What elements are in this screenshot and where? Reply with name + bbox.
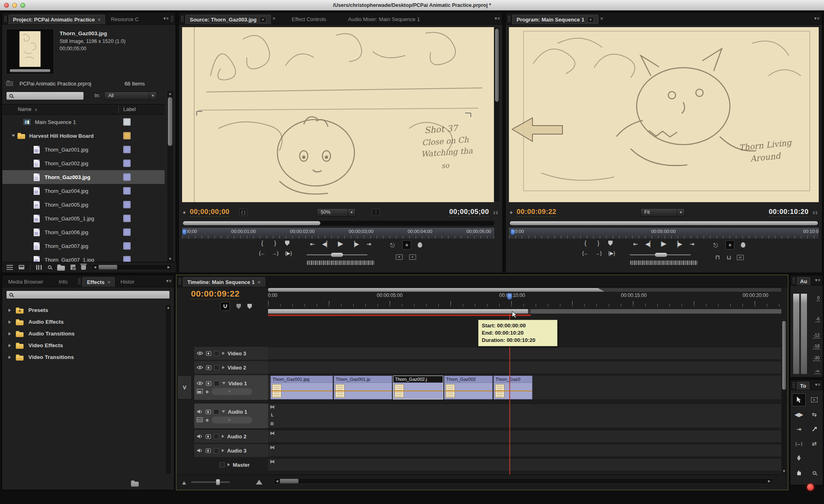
new-custom-bin-button[interactable]: [131, 480, 139, 487]
toggle-track-output-icon[interactable]: ⋈: [270, 404, 275, 410]
icon-view-button[interactable]: [19, 265, 24, 269]
set-display-style-button[interactable]: [197, 417, 203, 422]
go-to-in-button[interactable]: {←: [582, 251, 589, 256]
audio2-lane[interactable]: [268, 430, 781, 443]
label-chip[interactable]: [123, 118, 131, 126]
project-root-row[interactable]: PCPai Animatic Practice.prproj 68 Items: [6, 79, 163, 88]
audio1-track-header[interactable]: ⋈ L R Audio 1 ◆: [194, 404, 268, 428]
track-lock-toggle[interactable]: [214, 351, 219, 356]
selection-tool[interactable]: [792, 393, 806, 406]
twirl-right-icon[interactable]: [222, 366, 225, 369]
go-to-next-edit-button[interactable]: ⇥: [689, 241, 695, 247]
track-lock-toggle[interactable]: [214, 434, 219, 439]
opacity-rubber-band[interactable]: [334, 391, 392, 391]
twirl-down-icon[interactable]: [222, 382, 225, 384]
playback-resolution-icon[interactable]: [418, 242, 422, 248]
tab-media-browser[interactable]: Media Browser: [4, 277, 47, 287]
scroll-left-icon[interactable]: ◀: [92, 265, 98, 269]
preview-thumbnail[interactable]: [6, 29, 54, 74]
clear-button[interactable]: [81, 265, 86, 270]
zoom-in-icon[interactable]: [256, 480, 262, 485]
tab-info[interactable]: Info: [55, 277, 72, 287]
sync-lock-icon[interactable]: [206, 381, 211, 386]
close-icon[interactable]: ×: [98, 17, 101, 23]
ripple-edit-tool[interactable]: ◀▶: [792, 408, 806, 421]
slip-tool[interactable]: |↔|: [792, 437, 806, 450]
scrollbar-thumb[interactable]: [183, 221, 320, 225]
list-item-sequence[interactable]: Main Sequence 1: [2, 115, 165, 129]
tab-resource-central[interactable]: Resource C: [107, 15, 143, 24]
opacity-rubber-band[interactable]: [271, 391, 333, 391]
panel-menu-icon[interactable]: ▾≡: [166, 278, 172, 284]
sync-lock-icon[interactable]: [206, 448, 211, 453]
effects-folder-audio-transitions[interactable]: Audio Transitions: [4, 328, 164, 340]
set-marker-button[interactable]: [285, 241, 290, 246]
twirl-down-icon[interactable]: [12, 135, 15, 137]
slider-thumb[interactable]: [216, 479, 220, 485]
panel-grip-icon[interactable]: [178, 278, 181, 284]
export-to-tape-button[interactable]: ⇄: [737, 255, 744, 260]
lift-button[interactable]: ⊓: [714, 254, 721, 260]
tab-audio-meters[interactable]: Au: [797, 277, 810, 285]
video3-track-header[interactable]: Video 3: [194, 347, 268, 360]
track-lock-toggle[interactable]: [219, 462, 225, 468]
label-chip[interactable]: [123, 256, 131, 262]
tab-audio-mixer[interactable]: Audio Mixer: Main Sequence 1: [344, 15, 424, 24]
list-view-button[interactable]: [6, 265, 13, 270]
label-chip[interactable]: [123, 146, 131, 153]
twirl-right-icon[interactable]: [9, 356, 11, 359]
list-item[interactable]: Thorn_Gaz005_1.jpg: [2, 211, 165, 225]
speaker-icon[interactable]: [197, 434, 203, 439]
step-back-button[interactable]: ◀▏: [645, 241, 654, 247]
label-chip[interactable]: [123, 187, 131, 194]
set-out-point-button[interactable]: }: [272, 240, 279, 246]
scrollbar-thumb[interactable]: [168, 97, 172, 146]
eye-icon[interactable]: [197, 351, 203, 355]
track-slider[interactable]: [212, 416, 252, 423]
audio3-lane[interactable]: [268, 444, 781, 457]
track-select-tool[interactable]: ▸: [807, 393, 821, 406]
video1-track-header[interactable]: Video 1 ◆: [194, 375, 268, 400]
go-to-previous-edit-button[interactable]: ⇤: [309, 241, 315, 247]
go-to-previous-edit-button[interactable]: ⇤: [632, 241, 639, 247]
video2-lane[interactable]: [268, 361, 781, 374]
list-item[interactable]: Thorn_Gaz007_1.jpg: [2, 253, 165, 262]
timeline-ruler[interactable]: 00:00 00:00:05:00 00:00:10:00 00:00:15:0…: [268, 287, 781, 320]
close-icon[interactable]: ×: [258, 279, 261, 285]
timeline-playhead-head[interactable]: [507, 293, 512, 300]
video1-lane[interactable]: Thorn_Gaz001.jpg Thorn_Gaz001.jp Thorn_G…: [268, 375, 781, 400]
play-button[interactable]: ▶: [337, 240, 344, 247]
output-button[interactable]: ⋮: [372, 209, 380, 216]
track-lock-toggle[interactable]: [214, 409, 219, 414]
label-chip[interactable]: [123, 160, 131, 167]
timeline-clip[interactable]: Thorn_Gaz0: [494, 376, 532, 399]
export-frame-button[interactable]: ⎋: [389, 242, 396, 248]
show-keyframes-button[interactable]: ◆: [206, 389, 209, 394]
panel-grip-icon[interactable]: [78, 278, 81, 284]
program-current-timecode[interactable]: 00:00:09:22: [517, 208, 556, 217]
project-column-header[interactable]: Name ∧ Label: [2, 104, 165, 115]
rolling-edit-tool[interactable]: ⇆: [807, 408, 821, 421]
preview-scrub-strip[interactable]: [10, 69, 50, 72]
scroll-down-icon[interactable]: ▼: [167, 257, 173, 261]
panel-menu-icon[interactable]: ▾≡: [815, 382, 821, 387]
tab-tools[interactable]: To: [797, 382, 809, 390]
search-input[interactable]: [15, 292, 167, 298]
tab-source[interactable]: Source: Thorn_Gaz003.jpg ▼: [185, 15, 271, 24]
toggle-track-output-icon[interactable]: ⋈: [270, 445, 275, 450]
source-current-timecode[interactable]: 00;00;00;00: [190, 208, 230, 217]
safe-margins-button[interactable]: ⌖: [725, 240, 734, 250]
set-encore-chapter-marker-button[interactable]: [236, 304, 241, 309]
go-to-out-button[interactable]: →}: [272, 251, 279, 256]
search-scope-dropdown[interactable]: All ▼: [104, 92, 157, 100]
source-playhead[interactable]: [182, 229, 187, 235]
snap-toggle-button[interactable]: [220, 302, 230, 311]
rate-stretch-tool[interactable]: ⇥: [792, 423, 806, 436]
panel-grip-icon[interactable]: [508, 15, 511, 22]
tab-effects[interactable]: Effects ×: [82, 277, 115, 287]
hand-tool[interactable]: [792, 466, 806, 479]
label-chip[interactable]: [123, 173, 131, 181]
tab-project[interactable]: Project: PCPai Animatic Practice ×: [9, 15, 105, 24]
twirl-right-icon[interactable]: [222, 352, 225, 355]
scrollbar-thumb[interactable]: [782, 321, 786, 390]
